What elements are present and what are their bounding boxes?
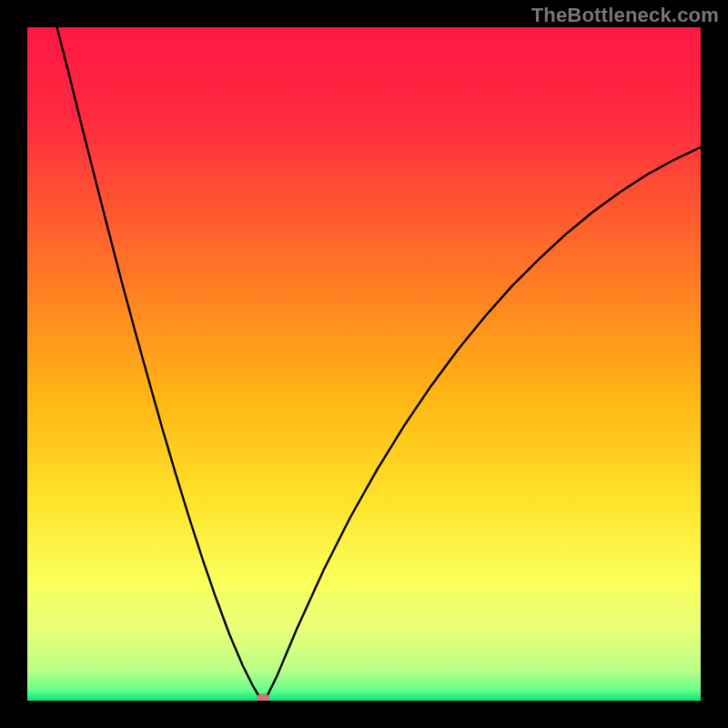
watermark-text: TheBottleneck.com xyxy=(531,4,719,27)
bottleneck-chart xyxy=(27,27,701,701)
gradient-background xyxy=(27,27,701,701)
chart-frame: TheBottleneck.com xyxy=(0,0,728,728)
